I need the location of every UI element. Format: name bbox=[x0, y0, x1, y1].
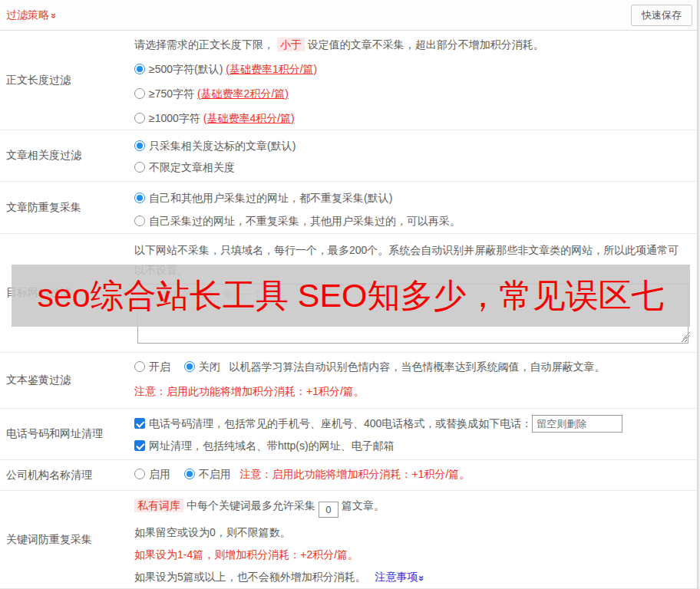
radio-button[interactable] bbox=[134, 64, 145, 74]
row-keyword-dedup: 关键词防重复采集 私有词库 中每个关键词最多允许采集篇文章。 如果留空或设为0，… bbox=[0, 491, 697, 589]
length-option-750[interactable]: ≥750字符 (基础费率2积分/篇) bbox=[134, 86, 692, 101]
row-label: 文章防重复采集 bbox=[0, 182, 134, 233]
chevron-down-icon[interactable]: » bbox=[414, 575, 429, 579]
row-phone-url-clean: 电话号码和网址清理 电话号码清理，包括常见的手机号、座机号、400电话格式，或替… bbox=[0, 409, 697, 460]
length-option-1000[interactable]: ≥1000字符 (基础费率4积分/篇) bbox=[134, 110, 692, 126]
phone-clean-option[interactable]: 电话号码清理，包括常见的手机号、座机号、400电话格式，或替换成如下电话： bbox=[134, 414, 692, 433]
row-label: 正文长度过滤 bbox=[0, 31, 134, 130]
radio-button[interactable] bbox=[134, 88, 145, 99]
replacement-phone-input[interactable] bbox=[532, 415, 622, 433]
relevance-option-strict[interactable]: 只采集相关度达标的文章(默认) bbox=[134, 138, 692, 153]
notes-link[interactable]: 注意事项 bbox=[375, 571, 418, 583]
private-thesaurus-badge: 私有词库 bbox=[134, 499, 183, 512]
radio-button[interactable] bbox=[184, 469, 195, 479]
row-porn-filter: 文本鉴黄过滤 开启 关闭 以机器学习算法自动识别色情内容，当色情概率达到系统阈值… bbox=[0, 353, 697, 409]
max-articles-input[interactable] bbox=[319, 502, 338, 518]
porn-filter-note: 注意：启用此功能将增加积分消耗：+1积分/篇。 bbox=[134, 383, 692, 399]
row-label: 公司机构名称清理 bbox=[0, 460, 134, 490]
relevance-option-any[interactable]: 不限定文章相关度 bbox=[134, 160, 692, 175]
fee-note: (基础费率2积分/篇) bbox=[197, 87, 289, 100]
radio-button[interactable] bbox=[134, 113, 145, 123]
radio-button[interactable] bbox=[134, 361, 145, 372]
length-filter-intro: 请选择需求的正文长度下限， 小于 设定值的文章不采集，超出部分不增加积分消耗。 bbox=[134, 37, 692, 52]
filter-settings-page: 过滤策略 » 快速保存 正文长度过滤 请选择需求的正文长度下限， 小于 设定值的… bbox=[0, 0, 698, 589]
radio-button[interactable] bbox=[184, 361, 195, 372]
radio-button[interactable] bbox=[134, 469, 145, 479]
header-bar: 过滤策略 » 快速保存 bbox=[0, 0, 697, 31]
less-than-badge: 小于 bbox=[277, 38, 305, 51]
page-title: 过滤策略 bbox=[6, 8, 49, 22]
fee-note: (基础费率1积分/篇) bbox=[226, 63, 317, 75]
length-option-500[interactable]: ≥500字符(默认) (基础费率1积分/篇) bbox=[134, 61, 692, 77]
radio-button[interactable] bbox=[134, 162, 145, 173]
radio-button[interactable] bbox=[134, 216, 145, 226]
radio-button[interactable] bbox=[134, 192, 145, 203]
row-length-filter: 正文长度过滤 请选择需求的正文长度下限， 小于 设定值的文章不采集，超出部分不增… bbox=[0, 31, 697, 130]
row-label: 电话号码和网址清理 bbox=[0, 409, 134, 459]
chevron-down-icon[interactable]: » bbox=[48, 13, 60, 17]
quick-save-button[interactable]: 快速保存 bbox=[631, 5, 692, 26]
keyword-dedup-line3: 如果设为1-4篇，则增加积分消耗：+2积分/篇。 bbox=[134, 547, 692, 562]
row-relevance-filter: 文章相关度过滤 只采集相关度达标的文章(默认) 不限定文章相关度 bbox=[0, 130, 697, 182]
keyword-dedup-line2: 如果留空或设为0，则不限篇数。 bbox=[134, 525, 692, 540]
porn-filter-desc: 以机器学习算法自动识别色情内容，当色情概率达到系统阈值，自动屏蔽文章。 bbox=[229, 360, 605, 373]
watermark-banner: seo综合站长工具 SEO知多少，常见误区七 bbox=[12, 265, 690, 327]
url-clean-option[interactable]: 网址清理，包括纯域名、带http(s)的网址、电子邮箱 bbox=[134, 436, 692, 455]
row-dedup-filter: 文章防重复采集 自己和其他用户采集过的网址，都不重复采集(默认) 自己采集过的网… bbox=[0, 182, 697, 234]
keyword-dedup-line4: 如果设为5篇或以上，也不会额外增加积分消耗。 注意事项» bbox=[134, 569, 692, 585]
row-label: 关键词防重复采集 bbox=[0, 491, 134, 588]
company-clean-note: 注意：启用此功能将增加积分消耗：+1积分/篇。 bbox=[239, 468, 470, 480]
porn-filter-on-option[interactable]: 开启 bbox=[134, 360, 170, 373]
dedup-option-global[interactable]: 自己和其他用户采集过的网址，都不重复采集(默认) bbox=[134, 190, 692, 206]
row-label: 文本鉴黄过滤 bbox=[0, 353, 134, 408]
dedup-option-self[interactable]: 自己采集过的网址，不重复采集，其他用户采集过的，可以再采。 bbox=[134, 213, 692, 229]
checkbox[interactable] bbox=[134, 440, 145, 451]
company-clean-on-option[interactable]: 启用 bbox=[134, 468, 170, 480]
radio-button[interactable] bbox=[134, 140, 145, 151]
porn-filter-off-option[interactable]: 关闭 bbox=[184, 360, 220, 373]
company-clean-off-option[interactable]: 不启用 bbox=[184, 468, 231, 480]
checkbox[interactable] bbox=[134, 418, 145, 429]
row-company-clean: 公司机构名称清理 启用 不启用 注意：启用此功能将增加积分消耗：+1积分/篇。 bbox=[0, 460, 697, 491]
row-label: 文章相关度过滤 bbox=[0, 130, 134, 181]
watermark-text: seo综合站长工具 SEO知多少，常见误区七 bbox=[37, 274, 664, 318]
fee-note: (基础费率4积分/篇) bbox=[203, 112, 295, 124]
